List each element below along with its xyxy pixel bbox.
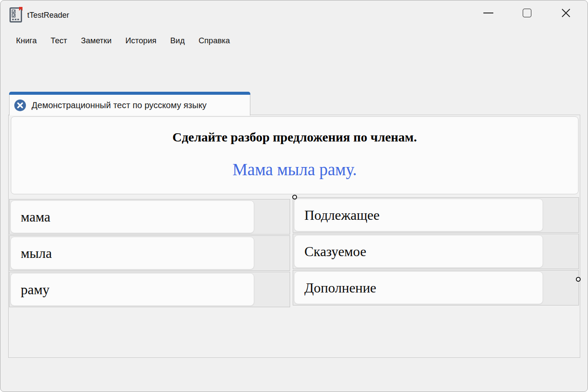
match-row-right-2: Сказуемое xyxy=(293,234,579,269)
menu-item-spravka[interactable]: Справка xyxy=(198,35,230,46)
match-row-left-2: мыла xyxy=(9,235,290,271)
tab-label: Демонстрационный тест по русскому языку xyxy=(32,100,207,110)
draggable-word-mama[interactable]: мама xyxy=(10,200,254,233)
title-bar: tTestReader xyxy=(0,0,588,27)
menu-item-zametki[interactable]: Заметки xyxy=(80,35,112,46)
drop-slot-right-2[interactable] xyxy=(544,234,578,269)
match-row-right-3: Дополнение xyxy=(293,270,579,305)
drop-slot-left-2[interactable] xyxy=(255,236,290,270)
app-window: tTestReader Книга Тест Заметки История В… xyxy=(0,0,588,392)
match-row-right-1: Подлежащее xyxy=(293,197,579,233)
drop-slot-left-1[interactable] xyxy=(255,199,290,234)
menu-bar: Книга Тест Заметки История Вид Справка xyxy=(16,35,230,46)
draggable-term-podlezhashchee[interactable]: Подлежащее xyxy=(294,199,543,231)
drop-slot-left-3[interactable] xyxy=(255,272,290,307)
draggable-word-ramu[interactable]: раму xyxy=(10,273,254,306)
tab-close-icon[interactable] xyxy=(14,100,26,111)
draggable-word-myla[interactable]: мыла xyxy=(10,237,254,270)
maximize-icon xyxy=(523,9,531,17)
window-title: tTestReader xyxy=(27,11,69,20)
menu-item-kniga[interactable]: Книга xyxy=(16,35,37,46)
app-test-document-icon xyxy=(10,7,24,23)
draggable-term-skazuemoe[interactable]: Сказуемое xyxy=(294,235,543,268)
drop-slot-right-3[interactable] xyxy=(544,270,578,305)
question-panel: Сделайте разбор предложения по членам. М… xyxy=(11,116,578,194)
close-icon xyxy=(561,8,571,18)
question-sentence: Мама мыла раму. xyxy=(11,160,578,179)
tab-body: Демонстрационный тест по русскому языку xyxy=(9,95,250,116)
minimize-button[interactable] xyxy=(469,1,508,25)
close-window-button[interactable] xyxy=(546,1,585,25)
maximize-button[interactable] xyxy=(508,1,546,25)
minimize-icon xyxy=(483,13,493,13)
menu-item-vid[interactable]: Вид xyxy=(170,35,185,46)
connector-handle-top[interactable] xyxy=(292,195,297,199)
question-prompt: Сделайте разбор предложения по членам. xyxy=(11,130,578,145)
tab-demo-test[interactable]: Демонстрационный тест по русскому языку xyxy=(9,92,250,116)
match-row-left-3: раму xyxy=(9,272,290,307)
connector-handle-right[interactable] xyxy=(576,277,581,282)
match-row-left-1: мама xyxy=(9,199,290,235)
matching-left-column: мама мыла раму xyxy=(9,199,290,308)
tab-active-indicator xyxy=(9,92,250,95)
menu-item-istoriya[interactable]: История xyxy=(125,35,157,46)
menu-item-test[interactable]: Тест xyxy=(50,35,67,46)
drop-slot-right-1[interactable] xyxy=(544,198,578,232)
status-bar: Иван Иванов : ТМ-04 Всего: 6 Текущий: 5 … xyxy=(0,358,588,392)
toolbar xyxy=(0,52,588,92)
matching-right-column: Подлежащее Сказуемое Дополнение xyxy=(293,197,579,306)
draggable-term-dopolnenie[interactable]: Дополнение xyxy=(294,271,543,304)
